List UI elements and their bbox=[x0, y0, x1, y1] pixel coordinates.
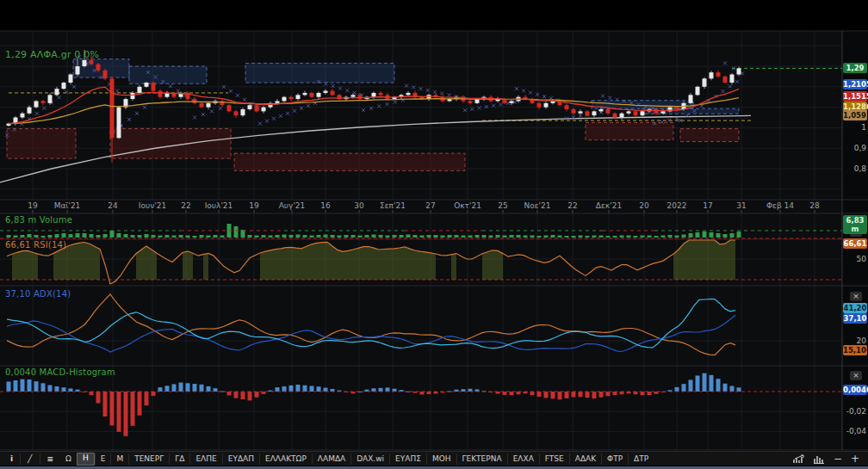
symbol-button-ΛΑΜΔΑ[interactable]: ΛΑΜΔΑ bbox=[312, 454, 350, 465]
symbol-button-ΕΛΧΑ[interactable]: ΕΛΧΑ bbox=[507, 454, 539, 465]
adx-panel-label: 37,10 ADX(14) bbox=[5, 289, 71, 299]
symbol-button-Ω[interactable]: Ω bbox=[60, 454, 77, 465]
timeline-label: Οκτ'21 bbox=[454, 201, 481, 210]
price-tick: 0,8 bbox=[843, 164, 866, 173]
timeline-label: 28 bbox=[809, 201, 819, 210]
timeline-label: Μαϊ'21 bbox=[54, 201, 81, 210]
timeline-label: 24 bbox=[108, 201, 117, 210]
symbol-header: 1,29 ΑΛΦΑ.gr 0 0% bbox=[5, 49, 99, 60]
symbol-button-ΜΟΗ[interactable]: ΜΟΗ bbox=[426, 454, 456, 465]
trading-app-window: { "header": {"price": "1,29", "symbol": … bbox=[0, 0, 868, 469]
symbol-button-ΤΕΝΕΡΓ[interactable]: ΤΕΝΕΡΓ bbox=[128, 454, 169, 465]
timeline-label: Φεβ 14 bbox=[766, 201, 794, 210]
price-badge: 1,2105 bbox=[843, 79, 867, 89]
timeline-label: Δεκ'21 bbox=[596, 201, 622, 210]
zoom-in-button[interactable]: + bbox=[851, 453, 859, 465]
symbol-button-FTSE[interactable]: FTSE bbox=[539, 454, 569, 465]
indicator-badge: 6,83 m bbox=[843, 215, 867, 234]
indicator-badge: 0,0040 bbox=[843, 385, 867, 395]
timeline-label: 30 bbox=[354, 201, 363, 210]
timeline-label: Σεπ'21 bbox=[380, 201, 406, 210]
timeline-label: 22 bbox=[181, 201, 190, 210]
timeline-label: 22 bbox=[567, 201, 577, 210]
timeline-label: Αυγ'21 bbox=[279, 201, 306, 210]
timeline-label: Ιουν'21 bbox=[139, 201, 166, 210]
info-tool-button[interactable]: i bbox=[3, 454, 20, 465]
symbol-button-Η[interactable]: Η bbox=[77, 453, 95, 466]
timeline-label: 16 bbox=[320, 201, 330, 210]
macd-panel-label: 0,0040 MACD-Histogram bbox=[5, 367, 115, 377]
timeline-label: Ιουλ'21 bbox=[205, 201, 233, 210]
price-badge: 1,29 bbox=[843, 63, 867, 73]
timeline-label: 20 bbox=[639, 201, 648, 210]
indicator-list-tool-button[interactable]: ≡ bbox=[40, 454, 61, 465]
symbol-button-ΕΥΑΠΣ[interactable]: ΕΥΑΠΣ bbox=[389, 454, 426, 465]
symbol-button-ΓΔ[interactable]: ΓΔ bbox=[169, 454, 189, 465]
symbol-button-ΓΕΚΤΕΡΝΑ[interactable]: ΓΕΚΤΕΡΝΑ bbox=[456, 454, 507, 465]
indicator-badge: 37,10 bbox=[843, 313, 867, 324]
price-tick: 1 bbox=[843, 123, 866, 132]
symbol-button-Μ[interactable]: Μ bbox=[110, 454, 128, 465]
timeline-label: 19 bbox=[28, 201, 37, 210]
change-label: 0 0% bbox=[74, 49, 99, 60]
symbol-button-ΔΤΡ[interactable]: ΔΤΡ bbox=[628, 454, 654, 465]
symbol-button-ΕΛΠΕ[interactable]: ΕΛΠΕ bbox=[189, 454, 221, 465]
timeline-label: 31 bbox=[736, 201, 746, 210]
indicator-badge: 66,61 bbox=[843, 238, 867, 249]
timeline-label: 19 bbox=[249, 201, 258, 210]
last-price-label: 1,29 bbox=[5, 49, 27, 60]
timeline-label: 25 bbox=[498, 201, 507, 210]
timeline-label: 2022 bbox=[667, 201, 687, 210]
price-tick: 0,9 bbox=[843, 144, 866, 152]
indicator-tick: -0,04 bbox=[843, 427, 866, 435]
timeline-label: 27 bbox=[425, 201, 435, 210]
indicator-tick: 20 bbox=[843, 336, 866, 345]
timeline-label: Νοε'21 bbox=[524, 201, 550, 210]
zoom-out-button[interactable]: − bbox=[834, 453, 842, 465]
price-badge: 1,0592 bbox=[843, 110, 867, 120]
indicator-badge: 15,100 bbox=[843, 345, 867, 355]
volume-panel-label: 6,83 m Volume bbox=[5, 215, 72, 225]
rsi-panel-label: 66,61 RSI(14) bbox=[5, 240, 66, 250]
indicator-badge: 41,20 bbox=[843, 303, 867, 313]
symbol-button-ΦΤΡ[interactable]: ΦΤΡ bbox=[601, 454, 628, 465]
symbol-button-ΕΛΛΑΚΤΩΡ[interactable]: ΕΛΛΑΚΤΩΡ bbox=[259, 454, 312, 465]
chart-style-icon[interactable] bbox=[793, 454, 805, 464]
indicator-tick: -0,02 bbox=[843, 407, 866, 416]
symbol-button-Ε[interactable]: Ε bbox=[95, 454, 111, 465]
timeline-label: 17 bbox=[703, 201, 712, 210]
symbol-button-DAX.wi[interactable]: DAX.wi bbox=[350, 454, 389, 465]
draw-line-tool-button[interactable]: ╱ bbox=[20, 454, 39, 465]
symbol-name: ΑΛΦΑ.gr bbox=[30, 49, 71, 60]
time-axis[interactable] bbox=[0, 200, 842, 213]
histogram-icon[interactable] bbox=[814, 454, 825, 464]
bottom-toolbar: i╱≡ ΩΗΕΜΤΕΝΕΡΓΓΔΕΛΠΕΕΥΔΑΠΕΛΛΑΚΤΩΡΛΑΜΔΑDA… bbox=[0, 451, 868, 466]
symbol-button-ΑΔΑΚ[interactable]: ΑΔΑΚ bbox=[569, 454, 601, 465]
price-badge: 1,1515 bbox=[843, 91, 867, 102]
chart-canvas[interactable] bbox=[0, 0, 868, 451]
indicator-tick: 50 bbox=[843, 255, 866, 263]
symbol-button-ΕΥΔΑΠ[interactable]: ΕΥΔΑΠ bbox=[222, 454, 259, 465]
